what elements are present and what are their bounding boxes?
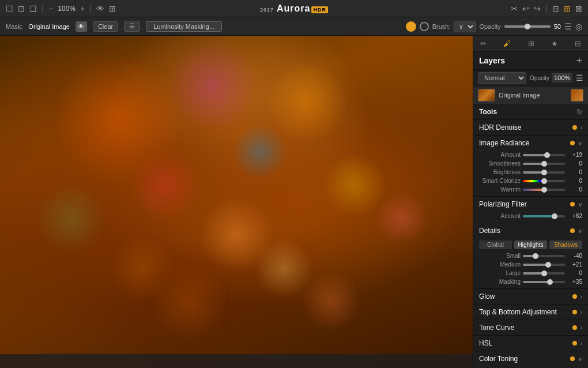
toolbar-icons-right: ☰ ◎: [564, 22, 582, 31]
hsl-chevron[interactable]: ›: [581, 340, 582, 347]
eye-icon[interactable]: 👁: [96, 4, 104, 13]
small-slider[interactable]: [523, 255, 565, 257]
save-icon[interactable]: ❑: [29, 4, 37, 13]
target-icon[interactable]: ◎: [575, 22, 582, 31]
large-slider[interactable]: [523, 272, 565, 275]
top-bottom-chevron[interactable]: ›: [581, 309, 582, 316]
new-icon[interactable]: ☐: [6, 4, 13, 13]
hsl-dot: [572, 341, 577, 346]
separator2: |: [89, 3, 92, 14]
blend-mode-select[interactable]: Normal: [478, 72, 526, 84]
polarizing-filter-dot: [570, 202, 575, 206]
polarizing-amount-row: Amount +82: [473, 212, 588, 220]
smart-colorize-slider[interactable]: [523, 180, 565, 182]
tone-curve-dot: [572, 325, 577, 330]
glow-panel: Glow ›: [473, 289, 588, 305]
glow-header[interactable]: Glow ›: [473, 289, 588, 304]
scissors-icon[interactable]: ✂: [511, 4, 518, 13]
panel-display-icon[interactable]: ⊞: [526, 38, 537, 49]
mask-toolbar: Mask: Original Image 👁 Clear ☰ Luminosit…: [0, 17, 588, 36]
menu-button[interactable]: ☰: [124, 21, 140, 32]
separator3: |: [545, 3, 548, 14]
mask-eye-toggle[interactable]: 👁: [76, 21, 87, 32]
undo-icon[interactable]: ↩: [522, 4, 529, 13]
image-radiance-dot: [570, 141, 575, 145]
panel-star-icon[interactable]: ★: [549, 38, 560, 49]
top-bottom-panel: Top & Bottom Adjustment ›: [473, 305, 588, 320]
zoom-plus-icon[interactable]: +: [80, 4, 85, 13]
opacity-label: Opacity: [479, 23, 500, 30]
large-value: 0: [567, 270, 582, 276]
smart-colorize-label: Smart Colorize: [481, 178, 521, 184]
hsl-header[interactable]: HSL ›: [473, 336, 588, 351]
blend-menu-icon[interactable]: ☰: [576, 73, 583, 82]
layers-icon[interactable]: ⊞: [564, 4, 571, 13]
large-label: Large: [481, 270, 521, 276]
small-row: Small -40: [473, 251, 588, 260]
polarizing-filter-header[interactable]: Polarizing Filter ∨: [473, 197, 588, 212]
tab-global[interactable]: Global: [479, 241, 512, 249]
image-radiance-chevron[interactable]: ∨: [578, 140, 582, 147]
clear-button[interactable]: Clear: [93, 21, 118, 32]
hdr-denoise-title: HDR Denoise: [479, 123, 521, 132]
image-radiance-title: Image Radiance: [479, 139, 529, 147]
brush-label: Brush:: [432, 23, 451, 30]
polarizing-filter-title: Polarizing Filter: [479, 200, 527, 208]
tab-highlights[interactable]: Highlights: [514, 241, 547, 249]
tone-curve-chevron[interactable]: ›: [581, 325, 582, 331]
color-toning-header[interactable]: Color Toning ∨: [473, 351, 588, 366]
details-controls: ∨: [570, 228, 582, 234]
redo-icon[interactable]: ↪: [534, 4, 541, 13]
details-dot: [570, 228, 575, 233]
color-toning-chevron[interactable]: ∨: [578, 356, 582, 362]
export-icon[interactable]: ⊠: [575, 4, 582, 13]
medium-slider[interactable]: [523, 264, 565, 266]
tone-curve-header[interactable]: Tone Curve ›: [473, 320, 588, 335]
zoom-minus-icon[interactable]: −: [48, 4, 53, 13]
panel-export2-icon[interactable]: ⊟: [572, 38, 583, 49]
details-header[interactable]: Details ∨: [473, 223, 588, 238]
hdr-denoise-header[interactable]: HDR Denoise ›: [473, 120, 588, 135]
display-icon[interactable]: ⊟: [552, 4, 559, 13]
small-value: -40: [567, 253, 582, 259]
hdr-badge: HDR: [311, 6, 328, 13]
medium-value: +21: [567, 261, 582, 268]
brightness-slider[interactable]: [523, 171, 565, 174]
refresh-icon[interactable]: ↻: [576, 108, 582, 116]
image-radiance-header[interactable]: Image Radiance ∨: [473, 136, 588, 151]
masking-row: Masking +35: [473, 277, 588, 286]
warmth-slider[interactable]: [523, 189, 565, 191]
polarizing-filter-chevron[interactable]: ∨: [578, 201, 582, 208]
glow-title: Glow: [479, 292, 495, 301]
hdr-denoise-controls: ›: [572, 125, 582, 131]
opacity-text: Opacity: [530, 75, 549, 81]
image-radiance-panel: Image Radiance ∨ Amount +19: [473, 136, 588, 197]
opacity-input[interactable]: [552, 73, 572, 82]
hdr-denoise-chevron[interactable]: ›: [581, 125, 582, 131]
split-icon[interactable]: ⊞: [109, 4, 116, 13]
smoothness-slider[interactable]: [523, 163, 565, 165]
top-bottom-header[interactable]: Top & Bottom Adjustment ›: [473, 305, 588, 320]
tab-shadows[interactable]: Shadows: [549, 241, 582, 249]
mask-value: Original Image: [28, 23, 70, 30]
smoothness-row: Smoothness 0: [473, 159, 588, 168]
brush-select[interactable]: ∨: [454, 21, 476, 32]
opacity-slider[interactable]: [504, 25, 551, 28]
list-icon[interactable]: ☰: [564, 22, 572, 31]
medium-row: Medium +21: [473, 260, 588, 269]
masking-slider[interactable]: [523, 281, 565, 283]
layers-add-button[interactable]: +: [576, 55, 582, 66]
image-radiance-controls: ∨: [570, 140, 582, 147]
glow-chevron[interactable]: ›: [581, 294, 582, 300]
brightness-row: Brightness 0: [473, 168, 588, 177]
top-bottom-title: Top & Bottom Adjustment: [479, 308, 557, 316]
layer-item[interactable]: Original Image: [473, 87, 588, 104]
polarizing-amount-slider[interactable]: [523, 215, 565, 217]
mask-label: Mask:: [6, 23, 22, 30]
open-icon[interactable]: ⊡: [18, 4, 25, 13]
details-chevron[interactable]: ∨: [578, 228, 582, 234]
amount-slider[interactable]: [523, 154, 565, 156]
panel-active-icon[interactable]: 🖌: [501, 38, 513, 49]
luminosity-masking-button[interactable]: Luminosity Masking...: [146, 21, 222, 32]
panel-brush-icon[interactable]: ✏: [478, 38, 489, 49]
